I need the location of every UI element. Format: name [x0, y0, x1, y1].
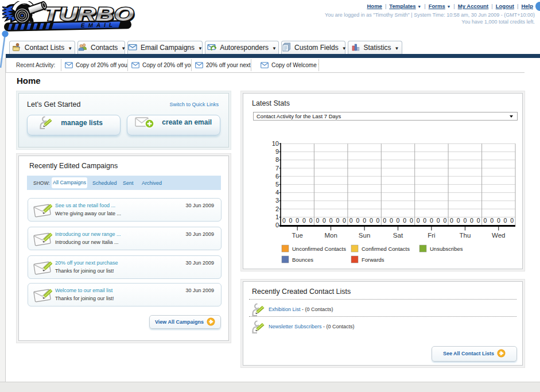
svg-text:0: 0 — [275, 222, 279, 228]
svg-text:0: 0 — [356, 217, 359, 224]
svg-text:9: 9 — [275, 148, 279, 155]
svg-text:0: 0 — [450, 217, 453, 224]
svg-text:0: 0 — [490, 217, 494, 224]
svg-text:0: 0 — [309, 217, 313, 224]
svg-text:4: 4 — [275, 189, 279, 196]
svg-text:0: 0 — [457, 217, 460, 224]
svg-text:0: 0 — [376, 217, 379, 224]
svg-text:0: 0 — [477, 217, 480, 224]
svg-text:Tue: Tue — [292, 232, 303, 239]
svg-text:0: 0 — [417, 217, 420, 224]
svg-text:Sun: Sun — [359, 232, 370, 239]
svg-text:TURBO: TURBO — [44, 3, 134, 25]
svg-text:0: 0 — [504, 217, 507, 224]
svg-text:0: 0 — [343, 217, 346, 224]
svg-text:Confirmed Contacts: Confirmed Contacts — [362, 246, 410, 252]
svg-text:0: 0 — [430, 217, 433, 224]
svg-text:0: 0 — [497, 217, 500, 224]
svg-text:0: 0 — [323, 217, 326, 224]
svg-text:0: 0 — [443, 217, 446, 224]
svg-text:0: 0 — [463, 217, 467, 224]
svg-text:Bounces: Bounces — [292, 257, 313, 263]
svg-text:0: 0 — [510, 217, 514, 224]
svg-text:2: 2 — [275, 205, 279, 212]
svg-text:0: 0 — [329, 217, 333, 224]
svg-text:0: 0 — [437, 217, 440, 224]
svg-text:Sat: Sat — [393, 232, 403, 239]
svg-text:0: 0 — [349, 217, 353, 224]
svg-text:6: 6 — [275, 173, 279, 180]
svg-text:0: 0 — [383, 217, 386, 224]
svg-text:3: 3 — [275, 197, 279, 204]
svg-text:10: 10 — [272, 140, 279, 147]
svg-text:0: 0 — [403, 217, 406, 224]
svg-text:5: 5 — [275, 181, 279, 188]
svg-text:8: 8 — [275, 156, 279, 163]
svg-text:0: 0 — [410, 217, 413, 224]
svg-text:0: 0 — [289, 217, 293, 224]
svg-text:0: 0 — [470, 217, 473, 224]
svg-text:1: 1 — [275, 214, 279, 220]
svg-text:Unsubscribes: Unsubscribes — [430, 246, 463, 252]
svg-text:Thu: Thu — [459, 232, 471, 239]
svg-text:0: 0 — [423, 217, 426, 224]
svg-text:Fri: Fri — [428, 232, 435, 239]
svg-text:Unconfirmed Contacts: Unconfirmed Contacts — [292, 246, 346, 252]
svg-text:0: 0 — [363, 217, 366, 224]
svg-text:Mon: Mon — [324, 232, 337, 239]
svg-text:0: 0 — [336, 217, 339, 224]
svg-text:Forwards: Forwards — [362, 257, 384, 263]
svg-text:0: 0 — [483, 217, 487, 224]
svg-text:0: 0 — [316, 217, 319, 224]
svg-text:Wed: Wed — [492, 232, 505, 239]
svg-text:7: 7 — [275, 165, 279, 172]
svg-text:0: 0 — [397, 217, 400, 224]
svg-text:0: 0 — [302, 217, 306, 224]
svg-text:0: 0 — [390, 217, 393, 224]
svg-text:0: 0 — [370, 217, 373, 224]
svg-text:0: 0 — [282, 217, 286, 224]
svg-text:0: 0 — [296, 217, 299, 224]
